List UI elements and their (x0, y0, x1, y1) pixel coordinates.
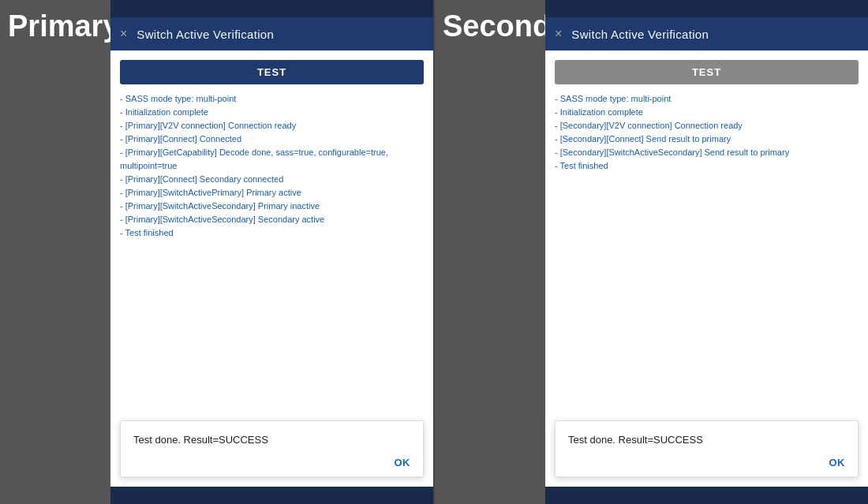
secondary-test-button: TEST (555, 60, 859, 84)
log-line: - [Primary][SwitchActiveSecondary] Secon… (120, 213, 424, 226)
secondary-phone: × Switch Active Verification TEST - SASS… (545, 0, 868, 504)
secondary-ok-button[interactable]: OK (568, 457, 845, 469)
log-line: - [Primary][V2V connection] Connection r… (120, 119, 424, 133)
log-line: - [Primary][Connect] Connected (120, 133, 424, 146)
primary-bottom-bar (110, 487, 433, 504)
log-line: - [Secondary][V2V connection] Connection… (555, 119, 859, 133)
log-line: - SASS mode type: multi-point (120, 92, 424, 106)
secondary-dialog-body: TEST - SASS mode type: multi-point- Init… (545, 50, 868, 487)
log-line: - [Primary][GetCapability] Decode done, … (120, 146, 424, 173)
primary-dialog-header: × Switch Active Verification (110, 17, 433, 50)
primary-log-area: - SASS mode type: multi-point- Initializ… (120, 92, 424, 405)
secondary-label-panel: Secondary (435, 0, 545, 504)
log-line: - SASS mode type: multi-point (555, 92, 859, 106)
secondary-result-dialog: Test done. Result=SUCCESS OK (555, 420, 859, 477)
log-line: - Test finished (555, 159, 859, 173)
secondary-dialog-header: × Switch Active Verification (545, 17, 868, 50)
primary-top-bar (110, 0, 433, 17)
primary-ok-button[interactable]: OK (133, 457, 410, 469)
log-line: - Test finished (120, 226, 424, 240)
primary-dialog-body: TEST - SASS mode type: multi-point- Init… (110, 50, 433, 487)
log-line: - Initialization complete (120, 106, 424, 119)
log-line: - [Primary][Connect] Secondary connected (120, 173, 424, 186)
secondary-log-area: - SASS mode type: multi-point- Initializ… (555, 92, 859, 405)
secondary-panel: Secondary × Switch Active Verification T… (435, 0, 868, 504)
log-line: - Initialization complete (555, 106, 859, 119)
primary-result-dialog: Test done. Result=SUCCESS OK (120, 420, 424, 477)
secondary-result-text: Test done. Result=SUCCESS (568, 434, 845, 446)
primary-phone: × Switch Active Verification TEST - SASS… (110, 0, 433, 504)
secondary-close-button[interactable]: × (555, 27, 562, 41)
primary-label: Primary (8, 9, 120, 43)
primary-result-text: Test done. Result=SUCCESS (133, 434, 410, 446)
primary-test-button[interactable]: TEST (120, 60, 424, 84)
primary-panel: Primary × Switch Active Verification TES… (0, 0, 433, 504)
primary-dialog-title: Switch Active Verification (137, 28, 274, 41)
secondary-bottom-bar (545, 487, 868, 504)
primary-label-panel: Primary (0, 0, 110, 504)
log-line: - [Secondary][Connect] Send result to pr… (555, 133, 859, 146)
secondary-top-bar (545, 0, 868, 17)
primary-close-button[interactable]: × (120, 27, 127, 41)
log-line: - [Primary][SwitchActiveSecondary] Prima… (120, 200, 424, 213)
log-line: - [Primary][SwitchActivePrimary] Primary… (120, 186, 424, 200)
secondary-dialog-title: Switch Active Verification (571, 28, 709, 41)
log-line: - [Secondary][SwitchActiveSecondary] Sen… (555, 146, 859, 159)
